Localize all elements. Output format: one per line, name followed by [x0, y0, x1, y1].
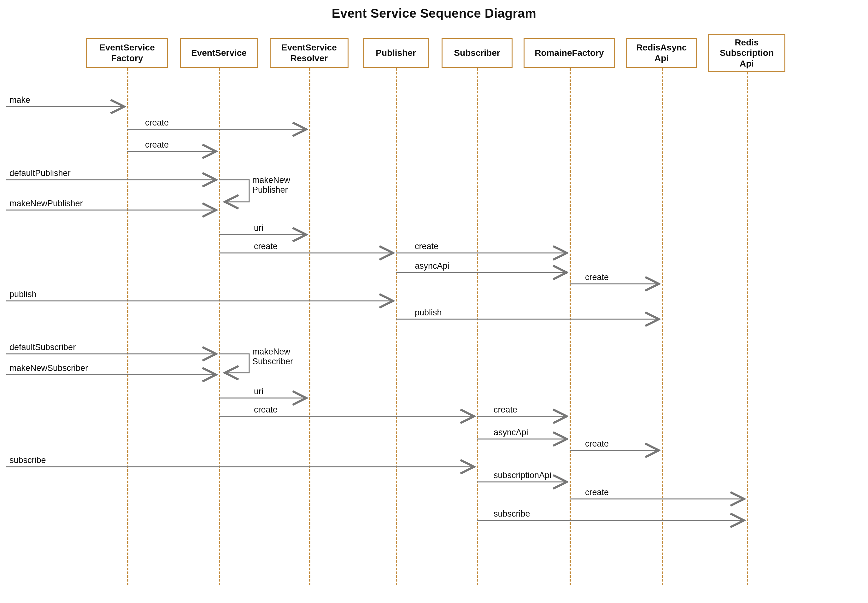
- msg-label: publish: [9, 289, 37, 299]
- msg-selfcall: [219, 180, 249, 202]
- msg-label: makeNewPublisher: [9, 199, 83, 208]
- lifeline: [569, 68, 571, 585]
- msg-label: defaultPublisher: [9, 169, 71, 178]
- lifeline: [477, 68, 478, 585]
- participant-label: RedisAsync Api: [636, 42, 687, 63]
- participant-eventserviceresolver: EventService Resolver: [270, 38, 348, 68]
- participant-label: EventService Resolver: [282, 42, 337, 63]
- msg-label: uri: [254, 223, 263, 233]
- msg-label: create: [145, 118, 169, 127]
- msg-label: create: [585, 272, 609, 282]
- msg-label: create: [494, 405, 517, 414]
- msg-selfcall: [219, 354, 249, 373]
- msg-label: create: [254, 241, 278, 251]
- msg-label: uri: [254, 387, 263, 396]
- participant-publisher: Publisher: [363, 38, 429, 68]
- messages-svg: make create create defaultPublisher make…: [0, 0, 868, 603]
- participant-subscriber: Subscriber: [442, 38, 512, 68]
- msg-label: create: [585, 487, 609, 497]
- msg-label: subscriptionApi: [494, 470, 551, 480]
- lifeline: [309, 68, 310, 585]
- msg-label: makeNew Publisher: [252, 175, 290, 195]
- lifeline: [127, 68, 128, 585]
- participant-label: Redis Subscription Api: [720, 37, 774, 69]
- msg-label: create: [415, 241, 438, 251]
- msg-label: defaultSubscriber: [9, 343, 76, 352]
- participant-label: Subscriber: [454, 48, 500, 58]
- msg-label: makeNew Subscriber: [252, 347, 293, 366]
- participant-label: EventService: [191, 48, 247, 58]
- participant-redissubscriptionapi: Redis Subscription Api: [708, 34, 785, 72]
- participant-label: RomaineFactory: [535, 48, 604, 58]
- participant-eventservice: EventService: [180, 38, 258, 68]
- diagram-title: Event Service Sequence Diagram: [0, 6, 868, 20]
- msg-label: asyncApi: [415, 261, 449, 271]
- participant-redisasyncapi: RedisAsync Api: [626, 38, 697, 68]
- msg-label: create: [145, 140, 169, 150]
- msg-label: asyncApi: [494, 428, 528, 437]
- participant-label: EventService Factory: [99, 42, 155, 63]
- msg-label: subscribe: [494, 509, 530, 518]
- lifeline: [747, 72, 748, 585]
- participant-label: Publisher: [376, 48, 416, 58]
- msg-label: subscribe: [9, 455, 46, 465]
- msg-label: make: [9, 95, 30, 105]
- participant-eventservicefactory: EventService Factory: [86, 38, 168, 68]
- msg-label: create: [585, 439, 609, 448]
- lifeline: [219, 68, 220, 585]
- msg-label: makeNewSubscriber: [9, 363, 88, 373]
- lifeline: [396, 68, 397, 585]
- sequence-diagram: { "title": "Event Service Sequence Diagr…: [0, 0, 868, 603]
- msg-label: publish: [415, 308, 442, 317]
- msg-label: create: [254, 405, 278, 414]
- participant-romainefactory: RomaineFactory: [524, 38, 615, 68]
- lifeline: [662, 68, 663, 585]
